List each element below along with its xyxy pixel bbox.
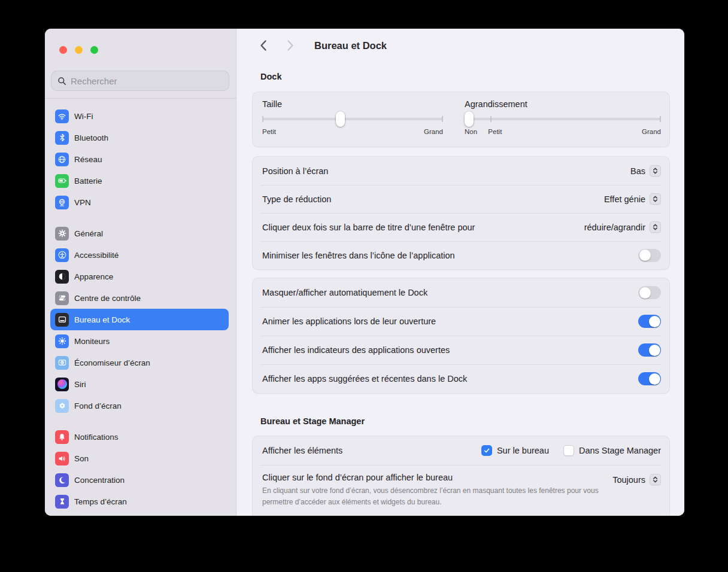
sidebar-item-label: Batterie [74, 177, 102, 185]
close-window-button[interactable] [59, 46, 67, 54]
section-title-stage-manager: Bureau et Stage Manager [260, 416, 365, 426]
agrandissement-off-label: Non [465, 128, 477, 135]
sidebar-item-label: Général [74, 229, 103, 238]
sidebar-item-notifications[interactable]: Notifications [50, 426, 229, 448]
row-minimiser-icone-app: Minimiser les fenêtres dans l’icône de l… [253, 241, 669, 269]
sidebar-item-concentration[interactable]: Concentration [50, 469, 229, 491]
sidebar-item-label: Temps d’écran [74, 497, 127, 506]
sidebar-item-label: Son [74, 454, 89, 463]
siri-icon [55, 378, 69, 391]
hourglass-icon [55, 495, 69, 509]
vpn-globe-icon [55, 196, 69, 209]
search-input[interactable] [71, 76, 223, 86]
sidebar-item-batterie[interactable]: Batterie [50, 170, 229, 191]
sidebar-item-moniteurs[interactable]: Moniteurs [50, 330, 229, 352]
desktop-dock-icon [55, 313, 69, 327]
row-masquer-dock: Masquer/afficher automatiquement le Dock [253, 278, 669, 307]
wifi-icon [55, 109, 69, 123]
checkbox-sur-le-bureau[interactable]: Sur le bureau [481, 445, 549, 456]
click-wallpaper-select[interactable]: Toujours [612, 474, 661, 485]
open-indicators-toggle[interactable] [638, 343, 661, 357]
slider-thumb[interactable] [336, 111, 345, 127]
dock-behavior-card: Masquer/afficher automatiquement le Dock… [252, 278, 670, 394]
row-type-reduction: Type de réduction Effet génie [253, 185, 669, 213]
taille-min-label: Petit [262, 128, 276, 135]
sidebar-item-accessibilite[interactable]: Accessibilité [50, 244, 229, 266]
sidebar-item-wifi[interactable]: Wi-Fi [50, 105, 229, 127]
taille-max-label: Grand [424, 128, 443, 135]
checkbox-checked-icon[interactable] [481, 445, 492, 456]
setting-description: En cliquant sur votre fond d’écran, vous… [262, 485, 612, 507]
stepper-icon [650, 165, 661, 177]
dock-position-card: Position à l’écran Bas Type de réduction… [252, 156, 670, 270]
sidebar-item-centre-de-controle[interactable]: Centre de contrôle [50, 287, 229, 309]
sidebar-item-temps-ecran[interactable]: Temps d’écran [50, 491, 229, 512]
globe-icon [55, 153, 69, 166]
sidebar-item-vpn[interactable]: VPN [50, 191, 229, 213]
bell-icon [55, 430, 69, 444]
sidebar-item-label: Bureau et Dock [74, 315, 130, 324]
sidebar-item-bureau-et-dock[interactable]: Bureau et Dock [50, 309, 229, 330]
screensaver-icon [55, 356, 69, 370]
sidebar-item-bluetooth[interactable]: Bluetooth [50, 127, 229, 148]
agrandissement-slider[interactable] [465, 110, 661, 128]
content-header: Bureau et Dock [236, 29, 684, 62]
zoom-window-button[interactable] [90, 46, 98, 54]
sidebar-item-label: VPN [74, 198, 91, 207]
agrandissement-max-label: Grand [642, 128, 661, 135]
sidebar-divider [45, 98, 236, 99]
titlebar-doubleclick-select[interactable]: réduire/agrandir [584, 221, 661, 233]
sidebar-item-general[interactable]: Général [50, 223, 229, 244]
sidebar-item-label: Apparence [74, 272, 113, 281]
page-title: Bureau et Dock [314, 40, 387, 51]
window-controls [59, 46, 98, 54]
row-cliquer-fond-ecran: Cliquer sur le fond d’écran pour affiche… [253, 465, 669, 516]
sidebar-item-label: Fond d’écran [74, 401, 122, 410]
sidebar-item-son[interactable]: Son [50, 448, 229, 469]
row-indicateurs-apps: Afficher les indicateurs des application… [253, 336, 669, 364]
search-field[interactable] [51, 71, 229, 91]
minimize-effect-select[interactable]: Effet génie [604, 193, 661, 205]
moon-icon [55, 473, 69, 487]
sidebar-item-siri[interactable]: Siri [50, 373, 229, 395]
sidebar: Wi-Fi Bluetooth Réseau [45, 29, 236, 516]
position-select[interactable]: Bas [630, 165, 661, 177]
minimize-into-app-toggle[interactable] [638, 249, 661, 262]
sidebar-item-label: Siri [74, 380, 86, 389]
stepper-icon [650, 221, 661, 233]
sidebar-item-label: Accessibilité [74, 251, 119, 260]
sidebar-item-fond-ecran[interactable]: Fond d’écran [50, 395, 229, 416]
sidebar-item-apparence[interactable]: Apparence [50, 266, 229, 287]
suggested-recent-apps-toggle[interactable] [638, 372, 661, 385]
row-animer-apps: Animer les applications lors de leur ouv… [253, 307, 669, 336]
minimize-window-button[interactable] [75, 46, 83, 54]
sidebar-item-label: Wi-Fi [74, 112, 93, 121]
slider-track [262, 118, 443, 120]
battery-icon [55, 174, 69, 188]
checkbox-unchecked-icon[interactable] [563, 445, 574, 456]
sidebar-item-label: Bluetooth [74, 133, 108, 142]
sidebar-item-economiseur-ecran[interactable]: Économiseur d’écran [50, 352, 229, 373]
taille-slider[interactable] [262, 110, 443, 128]
forward-button[interactable] [284, 39, 296, 52]
slider-thumb[interactable] [465, 111, 474, 127]
accessibility-icon [55, 248, 69, 262]
back-button[interactable] [257, 39, 269, 52]
sidebar-nav: Wi-Fi Bluetooth Réseau [50, 105, 229, 516]
control-center-icon [55, 291, 69, 305]
checkbox-dans-stage-manager[interactable]: Dans Stage Manager [563, 445, 661, 456]
dock-sliders-card: Taille Petit Grand Agrandissement [252, 92, 670, 147]
agrandissement-min-label: Petit [488, 128, 502, 135]
displays-sun-icon [55, 334, 69, 348]
system-settings-window: Wi-Fi Bluetooth Réseau [45, 29, 684, 516]
animate-opening-toggle[interactable] [638, 315, 661, 328]
row-apps-suggerees: Afficher les apps suggérées et récentes … [253, 364, 669, 393]
sidebar-item-label: Moniteurs [74, 337, 110, 346]
section-title-dock: Dock [260, 72, 281, 81]
sidebar-item-label: Concentration [74, 476, 125, 485]
agrandissement-label: Agrandissement [465, 99, 661, 109]
sidebar-item-reseau[interactable]: Réseau [50, 148, 229, 170]
row-afficher-elements: Afficher les éléments Sur le bureau Dans… [253, 436, 669, 465]
wallpaper-flower-icon [55, 399, 69, 413]
autohide-dock-toggle[interactable] [638, 286, 661, 299]
